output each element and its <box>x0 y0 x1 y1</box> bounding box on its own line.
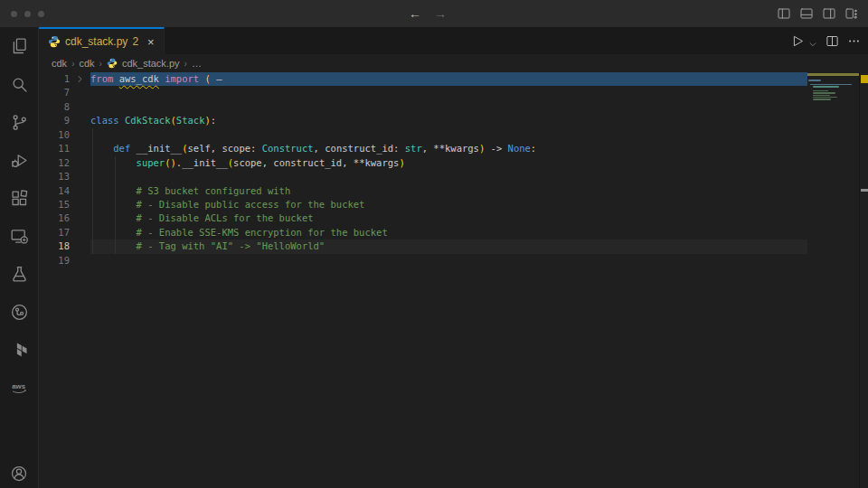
gutter[interactable] <box>70 100 90 114</box>
line-text <box>90 254 807 267</box>
code-token <box>90 185 137 196</box>
code-token: scope, construct_id, **kwargs <box>233 157 399 168</box>
line-text: class CdkStack(Stack): <box>90 114 807 127</box>
activity-bar-extensions-icon[interactable] <box>0 179 38 217</box>
gutter[interactable] <box>70 184 90 198</box>
indent-guide <box>115 156 116 170</box>
code-token: def <box>113 143 130 154</box>
code-token <box>90 240 137 251</box>
run-icon[interactable] <box>791 34 805 48</box>
gutter[interactable] <box>70 114 90 127</box>
gutter[interactable] <box>70 142 90 155</box>
overview-ruler-marker <box>861 189 868 192</box>
gutter[interactable] <box>70 72 90 86</box>
activity-bar-run-debug-icon[interactable] <box>0 141 38 179</box>
minimap-line <box>813 90 828 92</box>
vscode-window: ← → aws cdk_stack.py 2 × cdk›cdk›cdk_sta… <box>0 0 868 488</box>
code-line-1: 1from aws_cdk import ( – <box>39 72 807 86</box>
activity-bar-aws-icon[interactable]: aws <box>0 369 38 407</box>
line-number[interactable]: 10 <box>39 128 70 142</box>
gutter[interactable] <box>70 128 90 142</box>
indent-guide <box>92 156 93 170</box>
activity-bar-testing-icon[interactable] <box>0 255 38 293</box>
more-actions-icon[interactable] <box>847 34 861 48</box>
code-lines[interactable]: 1from aws_cdk import ( –789class CdkStac… <box>39 72 807 488</box>
svg-text:aws: aws <box>12 382 25 390</box>
code-token: , **kwargs <box>422 143 479 154</box>
code-token <box>90 143 113 154</box>
account-icon[interactable] <box>0 461 38 486</box>
activity-bar-explorer-icon[interactable] <box>0 27 38 65</box>
minimap-selected-line <box>807 73 859 76</box>
editor[interactable]: 1from aws_cdk import ( –789class CdkStac… <box>39 72 868 488</box>
window-controls[interactable] <box>11 11 44 17</box>
minimap-line <box>813 95 830 97</box>
activity-bar-source-control-icon[interactable] <box>0 103 38 141</box>
line-number[interactable]: 15 <box>39 198 70 211</box>
gutter[interactable] <box>70 239 90 253</box>
code-token: # S3 bucket configured with <box>137 185 291 196</box>
line-number[interactable]: 17 <box>39 226 70 239</box>
indent-guide <box>92 184 93 198</box>
line-number[interactable]: 13 <box>39 170 70 183</box>
activity-bar-terraform-icon[interactable] <box>0 331 38 369</box>
breadcrumb-item[interactable]: cdk <box>52 58 67 69</box>
tab-cdk-stack[interactable]: cdk_stack.py 2 × <box>39 27 165 54</box>
line-number[interactable]: 18 <box>39 239 70 253</box>
line-number[interactable]: 19 <box>39 254 70 267</box>
code-token <box>90 199 137 210</box>
python-icon <box>48 35 61 48</box>
indent-guide <box>92 239 93 253</box>
fold-chevron-icon[interactable] <box>76 75 84 83</box>
indent-guide <box>115 184 116 198</box>
code-line-11: 11 def __init__(self, scope: Construct, … <box>39 142 807 155</box>
line-number[interactable]: 16 <box>39 211 70 225</box>
chevron-down-icon[interactable] <box>808 36 817 45</box>
line-number[interactable]: 9 <box>39 114 70 127</box>
line-text <box>90 100 807 114</box>
gutter[interactable] <box>70 86 90 99</box>
breadcrumb-item[interactable]: cdk <box>79 58 94 69</box>
code-line-19: 19 <box>39 254 807 267</box>
code-token: import <box>165 73 199 84</box>
code-token: CdkStack <box>125 115 171 126</box>
toggle-secondary-sidebar-icon[interactable] <box>822 6 836 21</box>
activity-bar-remote-explorer-icon[interactable] <box>0 217 38 255</box>
split-editor-icon[interactable] <box>826 34 839 48</box>
toggle-sidebar-icon[interactable] <box>777 6 791 21</box>
line-number[interactable]: 7 <box>39 86 70 99</box>
nav-forward-icon[interactable]: → <box>434 6 447 21</box>
gutter[interactable] <box>70 170 90 183</box>
line-text: super().__init__(scope, construct_id, **… <box>90 156 807 170</box>
code-token: __init__ <box>137 143 183 154</box>
activity-bar: aws <box>0 27 39 488</box>
line-number[interactable]: 8 <box>39 100 70 114</box>
line-number[interactable]: 11 <box>39 142 70 155</box>
code-token: class <box>90 115 119 126</box>
gutter[interactable] <box>70 211 90 225</box>
code-token: super <box>137 157 165 168</box>
gutter[interactable] <box>70 226 90 239</box>
line-number[interactable]: 14 <box>39 184 70 198</box>
toggle-panel-icon[interactable] <box>799 6 814 21</box>
activity-bar-search-icon[interactable] <box>0 65 38 103</box>
nav-back-icon[interactable]: ← <box>409 6 421 21</box>
code-token: # - Tag with "AI" -> "HelloWorld" <box>137 240 326 251</box>
breadcrumb-item[interactable]: … <box>192 58 202 69</box>
title-bar: ← → <box>0 0 868 27</box>
gutter[interactable] <box>70 198 90 211</box>
indent-guide <box>92 128 93 142</box>
line-number[interactable]: 12 <box>39 156 70 170</box>
indent-guide <box>115 198 116 211</box>
activity-bar-git-circle-icon[interactable] <box>0 293 38 331</box>
code-line-17: 17 # - Enable SSE-KMS encryption for the… <box>39 226 807 239</box>
breadcrumb-separator: › <box>99 59 102 69</box>
line-number[interactable]: 1 <box>39 72 70 86</box>
customize-layout-icon[interactable] <box>844 6 859 21</box>
code-token: -> <box>485 143 507 154</box>
gutter[interactable] <box>70 156 90 170</box>
minimap[interactable] <box>807 72 859 488</box>
breadcrumb-item[interactable]: cdk_stack.py <box>122 58 180 69</box>
gutter[interactable] <box>70 254 90 267</box>
tab-close-icon[interactable]: × <box>147 35 155 49</box>
